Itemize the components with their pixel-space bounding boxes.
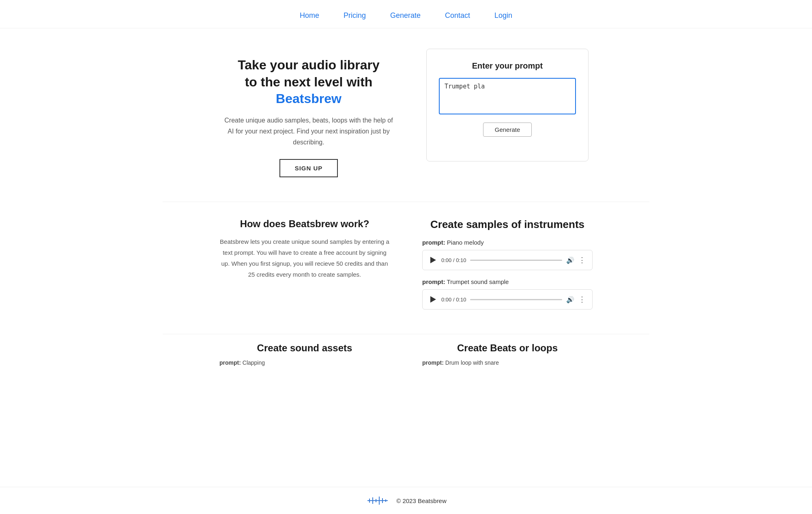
nav-contact[interactable]: Contact [445, 11, 470, 20]
more-icon-1[interactable]: ⋮ [578, 256, 586, 264]
instruments-section: Create samples of instruments prompt: Pi… [422, 218, 593, 318]
sound-assets-heading: Create sound assets [219, 342, 390, 354]
middle-section: How does Beatsbrew work? Beatsbrew lets … [163, 202, 649, 334]
time-display-1: 0:00 / 0:10 [441, 257, 466, 263]
how-it-works-heading: How does Beatsbrew work? [219, 218, 390, 230]
audio-player-2[interactable]: 0:00 / 0:10 🔊 ⋮ [422, 289, 593, 310]
more-icon-2[interactable]: ⋮ [578, 296, 586, 303]
bottom-section: Create sound assets prompt: Clapping Cre… [163, 334, 649, 382]
progress-bar-1[interactable] [470, 260, 562, 261]
prompt-card-heading: Enter your prompt [439, 61, 576, 71]
footer-copyright: © 2023 Beatsbrew [396, 497, 447, 504]
prompt-input[interactable]: Trumpet pla [439, 78, 576, 114]
sound-assets-prompt: prompt: Clapping [219, 359, 390, 366]
generate-button[interactable]: Generate [483, 123, 532, 137]
prompt1-label: prompt: Piano melody [422, 239, 593, 246]
hero-left: Take your audio library to the next leve… [223, 49, 394, 177]
prompt2-label: prompt: Trumpet sound sample [422, 278, 593, 285]
nav-generate[interactable]: Generate [390, 11, 421, 20]
beats-loops-section: Create Beats or loops prompt: Drum loop … [422, 342, 593, 366]
nav-login[interactable]: Login [494, 11, 512, 20]
hero-section: Take your audio library to the next leve… [163, 28, 649, 202]
prompt-card: Enter your prompt Trumpet pla Generate [426, 49, 589, 161]
footer-logo [365, 495, 390, 507]
beats-loops-heading: Create Beats or loops [422, 342, 593, 354]
how-it-works: How does Beatsbrew work? Beatsbrew lets … [219, 218, 390, 318]
beats-loops-prompt: prompt: Drum loop with snare [422, 359, 593, 366]
play-button-2[interactable] [429, 295, 437, 303]
main-nav: Home Pricing Generate Contact Login [0, 0, 812, 28]
instruments-heading: Create samples of instruments [422, 218, 593, 231]
footer: © 2023 Beatsbrew [0, 487, 812, 514]
logo-icon [365, 495, 390, 507]
hero-description: Create unique audio samples, beats, loop… [223, 115, 394, 148]
hero-heading: Take your audio library to the next leve… [223, 57, 394, 108]
time-display-2: 0:00 / 0:10 [441, 297, 466, 303]
audio-player-1[interactable]: 0:00 / 0:10 🔊 ⋮ [422, 250, 593, 270]
nav-pricing[interactable]: Pricing [344, 11, 366, 20]
play-button-1[interactable] [429, 256, 437, 264]
how-it-works-description: Beatsbrew lets you create unique sound s… [219, 236, 390, 280]
nav-home[interactable]: Home [300, 11, 319, 20]
progress-bar-2[interactable] [470, 299, 562, 300]
volume-icon-2[interactable]: 🔊 [566, 295, 574, 303]
volume-icon-1[interactable]: 🔊 [566, 256, 574, 264]
sound-assets-section: Create sound assets prompt: Clapping [219, 342, 390, 366]
signup-button[interactable]: SIGN UP [279, 159, 338, 177]
